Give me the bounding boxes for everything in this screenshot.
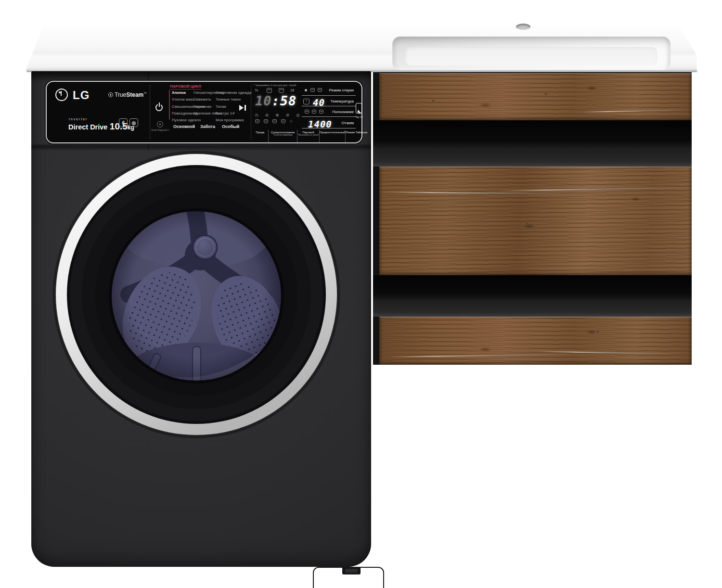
wash-mode-dot-icon xyxy=(305,89,307,91)
program-column-3: Спортивная одежда Темные ткани Тихая Быс… xyxy=(216,89,251,124)
wash-mode-label: Режим стирки xyxy=(316,88,354,92)
program-item: Быстро 14' xyxy=(216,110,251,117)
option-label: Предв. xyxy=(253,131,268,134)
program-group-main: Основной xyxy=(173,124,195,129)
tub-icon xyxy=(255,119,259,123)
truesteam-bold: Steam xyxy=(126,91,143,98)
wood-crack xyxy=(379,192,586,194)
temp-badge-icon: ° xyxy=(303,99,309,104)
drawer-gap xyxy=(373,275,692,317)
faucet-hole xyxy=(516,24,530,30)
wood-crack xyxy=(500,187,692,192)
program-group-care: Забота xyxy=(200,124,215,129)
tub-icon xyxy=(310,88,315,92)
row-divider xyxy=(302,106,356,106)
drawer-top xyxy=(379,73,692,120)
drawer-bottom xyxy=(379,317,692,365)
wood-crack xyxy=(581,110,687,113)
steam-icon xyxy=(108,92,113,97)
control-panel: LG TrueSteam™ Inverter Direct Drive 10.5… xyxy=(46,81,362,143)
service-door xyxy=(313,567,384,588)
time-minutes: 58 xyxy=(280,93,297,108)
wood-crack xyxy=(389,354,572,357)
washer-door xyxy=(52,150,341,439)
panel-body-seam xyxy=(31,143,371,150)
tub-icon xyxy=(281,119,285,123)
tub-icon xyxy=(267,88,272,93)
favorite-star-icon: ☆ xyxy=(289,119,293,124)
option-label: Режим Таймера xyxy=(346,131,367,134)
play-pause-icon xyxy=(239,105,244,111)
program-item: Темные ткани xyxy=(216,96,251,103)
tag-on-icon xyxy=(356,103,362,114)
option-sub: *Безопасно от детей xyxy=(297,134,319,136)
truesteam-label: TrueSteam™ xyxy=(108,91,146,98)
option-timer: Режим Таймера xyxy=(345,130,367,142)
time-colon: : xyxy=(272,93,280,108)
program-item: Моя программа xyxy=(216,117,251,124)
program-item: Спортивная одежда xyxy=(216,89,251,96)
option-label: Предпочтительный xyxy=(320,131,345,134)
option-prewash: Предв. xyxy=(253,130,268,142)
inverter-label: Inverter xyxy=(69,117,88,121)
screw-detail xyxy=(545,93,547,95)
option-steam: Паровой *Безопасно от детей xyxy=(297,130,319,142)
truesteam-prefix: True xyxy=(115,91,126,98)
program-item: Тихая xyxy=(216,103,251,110)
option-favorite: Предпочтительный xyxy=(319,130,345,142)
load-size-right-label: 18 xyxy=(290,89,294,92)
six-motion-badge-icon: 6 xyxy=(119,118,128,127)
vanity-cabinet xyxy=(373,72,692,365)
direct-drive-label: Direct Drive xyxy=(68,123,107,131)
row-divider xyxy=(302,116,356,117)
truesteam-tm: ™ xyxy=(143,92,146,95)
steam-cycle-line xyxy=(169,90,170,120)
tub-icon xyxy=(272,119,277,123)
tub-icon xyxy=(264,119,268,123)
steam-badge-icon: ◎ xyxy=(129,118,138,127)
tub-icon xyxy=(279,88,284,93)
screw-detail xyxy=(597,331,599,333)
steam-cycle-header: ПАРОВОЙ ЦИКЛ xyxy=(170,84,201,89)
option-buttons-row: Предв. Суперполоскание *Очистка барабана… xyxy=(253,130,361,142)
rinse-label: Полоскание xyxy=(316,110,354,114)
row-divider xyxy=(302,95,356,96)
countertop xyxy=(26,27,697,72)
time-display: 10:58 xyxy=(255,93,297,108)
tag-on-label: Tag On xyxy=(353,115,365,118)
spin-label: Отжим xyxy=(316,121,354,125)
tub-icon xyxy=(305,110,309,114)
hold-hint-label: * Удерживать 3 сек для доп. опций xyxy=(254,84,296,87)
option-super-rinse: Суперполоскание *Очистка барабана xyxy=(268,130,297,142)
lg-logo-icon xyxy=(55,89,68,101)
service-door-handle-icon xyxy=(342,567,361,575)
smart-diagnosis-label: Smart Diagnosis™ xyxy=(148,129,172,131)
screw-detail xyxy=(526,223,528,225)
product-image: LG TrueSteam™ Inverter Direct Drive 10.5… xyxy=(0,0,722,588)
load-size-left-label: 7к xyxy=(255,89,258,92)
power-button-icon xyxy=(155,104,163,111)
row-divider xyxy=(302,128,356,128)
drawer-middle xyxy=(379,166,692,275)
time-hours: 10 xyxy=(255,93,272,108)
smart-diagnosis-icon xyxy=(157,121,163,128)
program-item: Пуховое одеяло xyxy=(172,117,205,124)
option-sub: *Очистка барабана xyxy=(269,134,297,136)
program-group-special: Особый xyxy=(222,124,239,129)
sink-basin xyxy=(392,37,670,70)
screw-detail xyxy=(432,100,434,102)
temperature-label: Температура xyxy=(316,99,354,103)
status-icons-row: ◷ ⊖ ⊕ ⊘ ◎ xyxy=(255,113,303,117)
tub-icon xyxy=(312,110,316,114)
drawer-gap xyxy=(373,120,692,166)
brand-text: LG xyxy=(73,89,90,102)
washer-top-shadow xyxy=(31,71,371,81)
sink-basin-floor xyxy=(406,47,657,65)
